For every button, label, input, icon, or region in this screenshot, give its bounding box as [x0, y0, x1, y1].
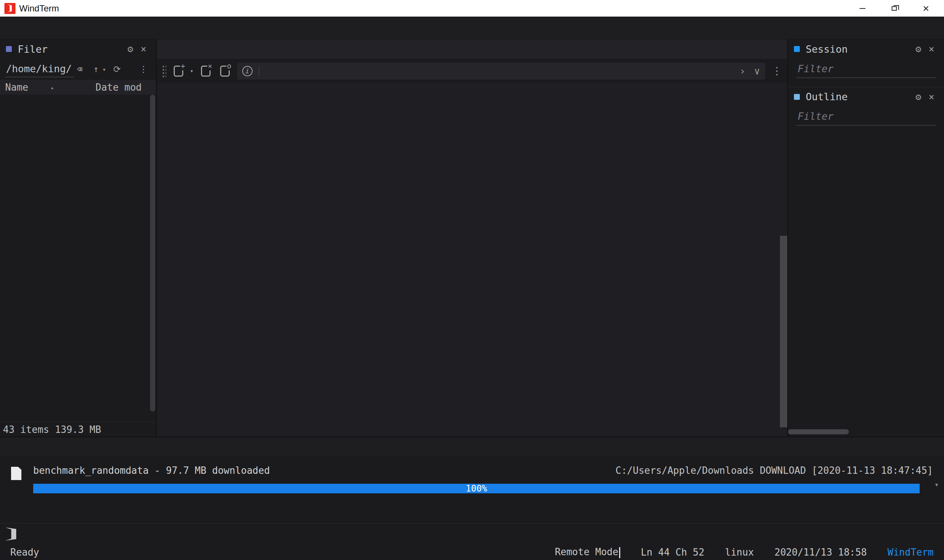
file-list — [0, 95, 156, 422]
column-header-name[interactable]: Name ▴ — [5, 82, 96, 93]
window-title: WindTerm — [19, 3, 59, 14]
close-session-icon[interactable] — [201, 66, 211, 77]
breadcrumb-forward-icon[interactable]: › — [740, 66, 746, 77]
outline-panel-title: Outline — [806, 91, 848, 102]
status-datetime: 2020/11/13 18:58 — [774, 547, 867, 558]
maximize-icon — [892, 6, 897, 11]
session-filter-input[interactable]: Filter — [796, 61, 936, 78]
terminal-scrollbar[interactable] — [780, 236, 787, 428]
outline-settings-icon[interactable]: ⚙ — [912, 91, 925, 102]
minimize-icon — [859, 8, 865, 9]
outline-filter-input[interactable]: Filter — [796, 108, 936, 126]
filer-status: 43 items 139.3 MB — [0, 422, 156, 437]
session-tab-bar — [157, 39, 787, 59]
title-bar: WindTerm × — [0, 0, 944, 17]
status-bar: Ready Remote Mode Ln 44 Ch 52 linux 2020… — [0, 545, 944, 560]
drag-handle[interactable] — [162, 65, 166, 77]
clear-path-icon[interactable]: ⌫ — [74, 64, 85, 74]
filer-column-headers: Name ▴ Date mod — [0, 80, 156, 95]
windterm-door-icon — [5, 528, 16, 541]
file-icon — [11, 467, 22, 480]
terminal-area: ▾ i › ∨ ⋮ — [157, 39, 787, 437]
session-panel-title: Session — [806, 43, 848, 55]
up-directory-caret-icon[interactable]: ▾ — [102, 66, 107, 73]
filer-more-icon[interactable]: ⋮ — [136, 64, 151, 74]
breadcrumb-down-icon[interactable]: ∨ — [754, 66, 760, 77]
filer-scrollbar[interactable] — [150, 95, 155, 412]
windterm-window: WindTerm × Filer ⚙ × /home/king/ ⌫ ↑ ▾ ⟳ — [0, 0, 944, 560]
info-icon[interactable]: i — [242, 66, 253, 76]
terminal-screen[interactable] — [157, 83, 787, 437]
text-caret — [619, 547, 620, 558]
transfer-tab-bar — [0, 437, 944, 457]
filer-panel-icon — [6, 46, 12, 52]
session-settings-icon[interactable]: ⚙ — [912, 43, 925, 54]
close-button[interactable]: × — [918, 2, 935, 15]
status-position[interactable]: Ln 44 Ch 52 — [641, 547, 704, 558]
quick-command-toolbar — [0, 523, 944, 545]
breadcrumb[interactable]: i › ∨ — [237, 63, 765, 80]
status-os[interactable]: linux — [725, 547, 754, 558]
filer-settings-icon[interactable]: ⚙ — [124, 43, 137, 54]
transfer-panel: benchmark_randomdata - 97.7 MB downloade… — [0, 437, 944, 523]
transfer-progress-bar: 100% — [33, 484, 920, 493]
new-session-icon[interactable] — [174, 66, 183, 77]
right-sidebar: Session ⚙ × Filter Outline ⚙ × Filter — [787, 39, 944, 437]
status-mode[interactable]: Remote Mode — [555, 546, 620, 558]
transfer-progress-percent: 100% — [33, 484, 920, 493]
filer-path-input[interactable]: /home/king/ — [5, 62, 74, 77]
column-header-date[interactable]: Date mod — [96, 82, 142, 93]
transfer-file-label: benchmark_randomdata - 97.7 MB downloade… — [33, 465, 270, 476]
sidebar-horizontal-scrollbar[interactable] — [788, 429, 849, 434]
transfer-destination: C:/Users/Apple/Downloads DOWNLOAD [2020-… — [615, 465, 933, 476]
status-ready: Ready — [10, 547, 39, 558]
transfer-caret-icon[interactable]: ▾ — [935, 480, 939, 489]
up-directory-icon[interactable]: ↑ — [90, 64, 102, 74]
maximize-button[interactable] — [886, 2, 903, 15]
outline-panel-icon — [794, 94, 800, 100]
status-brand: WindTerm — [888, 547, 934, 558]
divider — [259, 66, 259, 76]
session-panel-icon — [794, 46, 800, 52]
outline-close-icon[interactable]: × — [925, 91, 938, 102]
refresh-icon[interactable]: ⟳ — [110, 64, 123, 74]
filer-panel-title: Filer — [18, 43, 48, 55]
terminal-more-icon[interactable]: ⋮ — [770, 65, 784, 77]
session-close-icon[interactable]: × — [925, 43, 938, 54]
minimize-button[interactable] — [854, 2, 871, 15]
new-window-icon[interactable] — [220, 66, 230, 77]
menu-bar — [0, 17, 944, 39]
sort-asc-icon: ▴ — [51, 84, 54, 91]
windterm-logo-icon — [5, 3, 15, 14]
new-session-caret-icon[interactable]: ▾ — [190, 68, 194, 74]
terminal-toolbar: ▾ i › ∨ ⋮ — [157, 59, 787, 83]
filer-close-icon[interactable]: × — [137, 43, 150, 54]
filer-panel: Filer ⚙ × /home/king/ ⌫ ↑ ▾ ⟳ ⋮ Name ▴ D… — [0, 39, 157, 437]
